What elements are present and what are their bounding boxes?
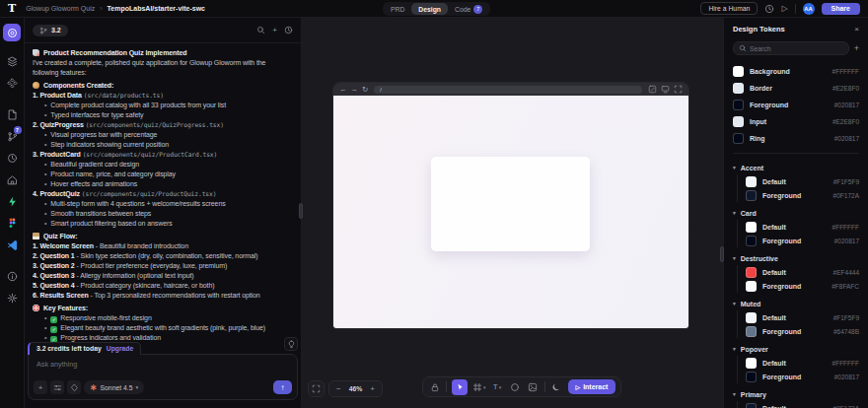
zoom-out-button[interactable]: −: [336, 384, 341, 393]
tab-code[interactable]: Code 7: [448, 3, 489, 15]
vscode-icon[interactable]: [0, 234, 25, 255]
token-row[interactable]: Default#FFFFFF: [746, 220, 859, 234]
chat-input-area: 3.2 credits left today Upgrade + ∗ Sonne…: [28, 337, 298, 400]
sliders-icon[interactable]: [50, 380, 64, 394]
new-chat-icon[interactable]: +: [272, 26, 277, 34]
token-row[interactable]: Foreground#020817: [746, 234, 859, 247]
token-group-header[interactable]: ▾Muted: [733, 297, 859, 310]
layers-icon[interactable]: [0, 50, 25, 72]
device-icon[interactable]: [661, 85, 670, 94]
gear-icon[interactable]: [0, 287, 25, 308]
avatar[interactable]: AA: [803, 3, 815, 15]
check-icon: ✓: [50, 326, 57, 333]
token-row[interactable]: Foreground#0F172A: [746, 188, 859, 202]
lock-icon[interactable]: [428, 382, 441, 392]
token-value: #020817: [834, 238, 859, 244]
token-row[interactable]: Input#E2E8F0: [733, 113, 859, 130]
token-row[interactable]: Foreground#F8FAFC: [746, 279, 859, 293]
select-tool[interactable]: [452, 379, 468, 395]
git-branch-icon[interactable]: 7: [0, 125, 25, 147]
shape-tool[interactable]: [509, 382, 522, 392]
token-row[interactable]: Ring#020817: [733, 130, 859, 147]
preview-viewport[interactable]: [333, 96, 688, 328]
tab-prd[interactable]: PRD: [384, 3, 411, 15]
components-icon[interactable]: [0, 72, 25, 94]
edit-code-icon[interactable]: [648, 85, 657, 94]
interact-button[interactable]: ▷ Interact: [568, 379, 616, 394]
home-icon[interactable]: [0, 169, 25, 190]
frame-tool[interactable]: ▾: [472, 382, 486, 392]
token-name: Foreground: [762, 238, 829, 244]
tab-design[interactable]: Design: [411, 3, 448, 15]
token-row[interactable]: Foreground#020817: [733, 97, 859, 113]
token-value: #0F172A: [833, 192, 859, 199]
token-group-header[interactable]: ▾Card: [733, 206, 859, 220]
prompt-input[interactable]: [36, 360, 289, 369]
file-icon[interactable]: [0, 103, 25, 125]
token-group-header[interactable]: ▾Destructive: [733, 251, 859, 265]
token-group: ▾PrimaryDefault#0F172A: [733, 387, 859, 408]
play-icon[interactable]: ▷: [781, 5, 787, 13]
version-pill[interactable]: 3.2: [33, 25, 68, 36]
token-row[interactable]: Default#F1F5F9: [746, 310, 859, 324]
chat-resize-handle[interactable]: [299, 203, 303, 219]
token-row[interactable]: Default#EF4444: [746, 265, 859, 279]
token-row[interactable]: Border#E2E8F0: [733, 80, 859, 97]
prompt-input-box[interactable]: + ∗ Sonnet 4.5 ▾ ↑: [28, 354, 298, 400]
tab-code-label: Code: [455, 6, 470, 13]
info-icon[interactable]: [0, 265, 25, 287]
token-row[interactable]: Foreground#64748B: [746, 324, 859, 338]
hire-a-human-button[interactable]: Hire a Human: [700, 2, 758, 15]
expand-icon[interactable]: [674, 85, 683, 94]
refresh-icon[interactable]: ↻: [362, 86, 368, 94]
fit-view-icon[interactable]: [308, 380, 325, 397]
target-emoji: [33, 305, 39, 311]
close-icon[interactable]: ×: [854, 25, 859, 34]
add-token-icon[interactable]: +: [854, 43, 859, 53]
component-bullet: •Visual progress bar with percentage: [33, 130, 293, 140]
url-bar[interactable]: /: [374, 86, 642, 94]
quiz-flow-item: 3. Question 2 - Product tier preference …: [33, 261, 293, 271]
history-icon[interactable]: [764, 4, 774, 14]
breadcrumb-repo[interactable]: TempoLabsAI/starter-vite-swc: [108, 5, 205, 12]
tempo-logo-icon[interactable]: T: [8, 2, 16, 15]
zoom-in-button[interactable]: +: [370, 384, 375, 393]
search-icon[interactable]: [256, 26, 265, 34]
token-group-header[interactable]: ▾Primary: [733, 387, 859, 401]
token-search[interactable]: [733, 41, 849, 55]
supabase-icon[interactable]: [0, 190, 25, 212]
back-icon[interactable]: ←: [339, 86, 347, 94]
check-icon: ✓: [50, 316, 57, 323]
send-button[interactable]: ↑: [273, 380, 292, 394]
breadcrumb-project[interactable]: Glowup Gloworm Quiz: [26, 5, 95, 12]
upgrade-link[interactable]: Upgrade: [107, 345, 134, 352]
dark-mode-icon[interactable]: [550, 382, 563, 392]
token-row[interactable]: Default#F1F5F9: [746, 174, 859, 188]
search-icon: [739, 44, 747, 52]
forward-icon[interactable]: →: [351, 86, 359, 94]
figma-icon[interactable]: [0, 212, 25, 234]
attach-plus-icon[interactable]: +: [34, 380, 47, 394]
tokens-resize-handle[interactable]: [720, 246, 724, 262]
tempo-app-icon[interactable]: [3, 24, 21, 41]
lightbulb-icon[interactable]: [284, 337, 298, 351]
gem-icon[interactable]: [67, 380, 81, 394]
token-value: #E2E8F0: [832, 118, 859, 125]
message-title: Product Recommendation Quiz Implemented: [43, 49, 186, 56]
clock-icon[interactable]: [0, 147, 25, 169]
share-button[interactable]: Share: [822, 3, 860, 15]
token-row[interactable]: Foreground#020817: [746, 370, 859, 383]
token-search-input[interactable]: [750, 45, 843, 52]
image-tool[interactable]: [527, 382, 540, 392]
token-row[interactable]: Default#0F172A: [746, 401, 859, 408]
token-group-header[interactable]: ▾Accent: [733, 161, 859, 174]
chat-history-icon[interactable]: [284, 26, 293, 34]
rocket-emoji: [33, 49, 39, 56]
design-canvas[interactable]: ← → ↻ / − 46% + ▾ T: [302, 18, 723, 408]
token-group-header[interactable]: ▾Popover: [733, 342, 859, 356]
model-selector[interactable]: ∗ Sonnet 4.5 ▾: [84, 380, 144, 394]
component-bullet: •Step indicators showing current positio…: [33, 140, 293, 150]
text-tool[interactable]: T▾: [491, 382, 504, 391]
token-row[interactable]: Default#FFFFFF: [746, 356, 859, 370]
token-row[interactable]: Background#FFFFFF: [733, 63, 859, 80]
